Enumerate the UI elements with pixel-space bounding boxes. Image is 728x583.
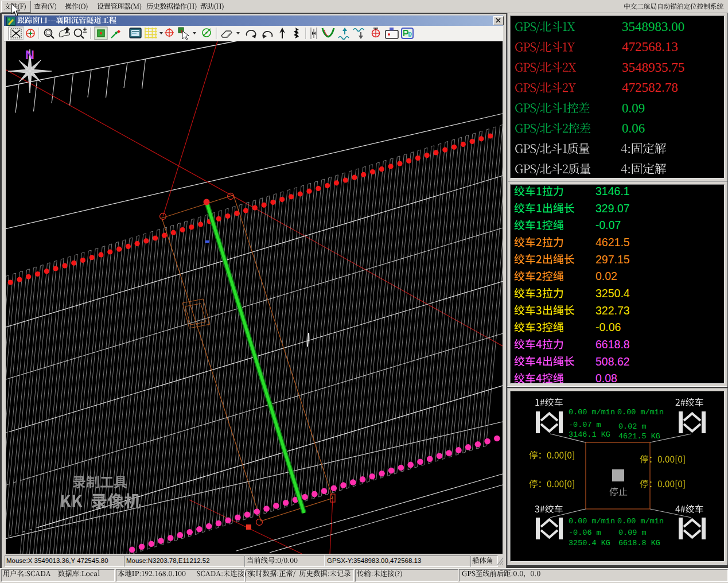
svg-text:508.62: 508.62	[595, 355, 630, 368]
svg-text:6618.8: 6618.8	[595, 338, 630, 351]
svg-text:-0.07: -0.07	[595, 219, 621, 231]
svg-text:0.06: 0.06	[622, 121, 645, 135]
svg-text:0.02: 0.02	[595, 270, 617, 282]
svg-text:GPSX-Y:3548983.00,472568.13: GPSX-Y:3548983.00,472568.13	[327, 557, 421, 564]
svg-text:0.00 m/min: 0.00 m/min	[569, 517, 615, 526]
svg-text:472582.78: 472582.78	[622, 80, 678, 95]
svg-text:329.07: 329.07	[595, 202, 630, 215]
svg-text:4621.5 KG: 4621.5 KG	[618, 432, 660, 441]
svg-text:-0.06 m: -0.06 m	[569, 528, 601, 537]
svg-text:3146.1 KG: 3146.1 KG	[569, 430, 610, 439]
svg-text:0.00 m/min: 0.00 m/min	[617, 408, 664, 417]
svg-text:3548983.00: 3548983.00	[622, 20, 684, 34]
svg-text:3146.1: 3146.1	[595, 185, 630, 197]
svg-text:6618.8 KG: 6618.8 KG	[618, 539, 660, 547]
svg-text:472568.13: 472568.13	[622, 40, 678, 54]
svg-text:Mouse:N3203.78,E11212.52: Mouse:N3203.78,E11212.52	[126, 557, 210, 564]
svg-text:-0.06: -0.06	[595, 321, 621, 333]
svg-text:3250.4: 3250.4	[595, 287, 630, 300]
svg-text:0.00 m/min: 0.00 m/min	[569, 408, 615, 417]
svg-text:N: N	[25, 48, 34, 62]
svg-text:297.15: 297.15	[595, 253, 630, 266]
svg-text:0.00 m/min: 0.00 m/min	[617, 517, 664, 526]
svg-text:0.02 m: 0.02 m	[618, 422, 647, 431]
svg-text:3250.4 KG: 3250.4 KG	[569, 539, 610, 547]
svg-text:0.08: 0.08	[595, 372, 617, 384]
svg-text:-0.07 m: -0.07 m	[569, 421, 601, 429]
svg-text:Mouse:X 3549013.36,Y 472545.80: Mouse:X 3549013.36,Y 472545.80	[6, 557, 108, 564]
svg-text:322.73: 322.73	[595, 304, 630, 317]
svg-text:4621.5: 4621.5	[595, 236, 630, 248]
svg-text:0.09 m: 0.09 m	[618, 528, 647, 537]
svg-text:0.09: 0.09	[622, 101, 645, 115]
svg-text:3548935.75: 3548935.75	[622, 60, 684, 75]
